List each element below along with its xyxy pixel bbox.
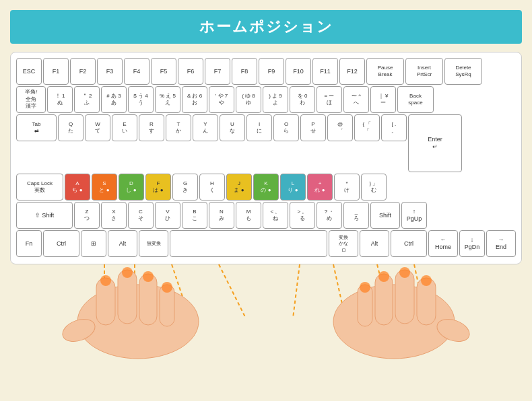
key-y[interactable]: Yん	[193, 114, 218, 141]
svg-point-17	[162, 282, 172, 293]
key-8[interactable]: ( ゆ 8ゆ	[236, 86, 261, 113]
svg-point-14	[100, 275, 111, 286]
key-c[interactable]: Cそ	[128, 202, 154, 229]
key-r[interactable]: Rす	[139, 114, 164, 141]
key-period[interactable]: > 。る	[290, 202, 315, 229]
key-j[interactable]: Jま ●	[226, 174, 252, 200]
key-s[interactable]: Sと ●	[92, 174, 117, 200]
key-f8[interactable]: F8	[232, 58, 257, 85]
key-f10[interactable]: F10	[286, 58, 311, 85]
key-end[interactable]: →End	[486, 230, 516, 257]
key-f11[interactable]: F11	[312, 58, 338, 85]
key-capslock[interactable]: Caps Lock英数	[16, 174, 63, 200]
home-row: Caps Lock英数 Aち ● Sと ● Dし ● Fは ● Gき Hく Jま…	[16, 174, 516, 200]
key-minus[interactable]: = ーほ	[317, 86, 342, 113]
key-home[interactable]: ←Home	[428, 230, 458, 257]
key-bracket-r[interactable]: [ .。	[381, 114, 407, 141]
key-insert[interactable]: InsertPrtScr	[405, 58, 443, 85]
key-3[interactable]: # あ 3あ	[101, 86, 127, 113]
key-i[interactable]: Iに	[246, 114, 272, 141]
key-shift-left[interactable]: ⇧ Shift	[16, 202, 73, 229]
svg-point-15	[122, 267, 133, 278]
key-tab[interactable]: Tab⇄	[16, 114, 57, 141]
key-2[interactable]: ＂ 2ふ	[74, 86, 100, 113]
key-alt-left[interactable]: Alt	[108, 230, 137, 257]
number-row: 半角/全角漢字 ！ 1ぬ ＂ 2ふ # あ 3あ $ う 4う % え 5え &…	[16, 86, 516, 113]
key-q[interactable]: Qた	[58, 114, 84, 141]
key-semicolon[interactable]: +れ ●	[307, 174, 333, 200]
key-alt-right[interactable]: Alt	[360, 230, 389, 257]
key-o[interactable]: Oら	[273, 114, 299, 141]
key-colon[interactable]: *け	[334, 174, 360, 200]
key-pgdn[interactable]: ↓PgDn	[459, 230, 485, 257]
key-9[interactable]: ) よ 9よ	[263, 86, 288, 113]
key-bracket-l[interactable]: { 「「	[354, 114, 380, 141]
key-f5[interactable]: F5	[151, 58, 176, 85]
svg-point-25	[378, 271, 389, 282]
key-x[interactable]: Xさ	[101, 202, 127, 229]
svg-point-18	[333, 285, 455, 359]
key-k[interactable]: Kの ●	[253, 174, 279, 200]
key-w[interactable]: Wて	[85, 114, 110, 141]
key-f1[interactable]: F1	[43, 58, 69, 85]
key-l[interactable]: Lり ●	[280, 174, 306, 200]
key-delete[interactable]: DeleteSysRq	[444, 58, 482, 85]
title-bar: ホームポジション	[10, 10, 522, 44]
key-h[interactable]: Hく	[199, 174, 225, 200]
key-pgup[interactable]: ↑PgUp	[401, 202, 427, 229]
key-yen[interactable]: ｜ ¥ー	[370, 86, 396, 113]
hands-area	[10, 258, 522, 365]
key-7[interactable]: ' や 7や	[209, 86, 234, 113]
key-4[interactable]: $ う 4う	[128, 86, 154, 113]
key-backspace[interactable]: Backspace	[397, 86, 434, 113]
key-5[interactable]: % え 5え	[155, 86, 180, 113]
key-caret[interactable]: 〜 ^へ	[343, 86, 369, 113]
svg-point-26	[399, 267, 410, 278]
key-e[interactable]: Eい	[112, 114, 137, 141]
key-comma[interactable]: < 、ね	[263, 202, 288, 229]
key-shift-right[interactable]: Shift	[370, 202, 400, 229]
key-n[interactable]: Nみ	[209, 202, 234, 229]
key-m[interactable]: Mも	[236, 202, 261, 229]
key-space[interactable]	[170, 230, 327, 257]
key-f[interactable]: Fは ●	[145, 174, 171, 200]
key-f6[interactable]: F6	[178, 58, 203, 85]
key-f7[interactable]: F7	[205, 58, 230, 85]
key-d[interactable]: Dし ●	[119, 174, 144, 200]
key-p[interactable]: Pせ	[300, 114, 326, 141]
key-z[interactable]: Zつ	[74, 202, 100, 229]
key-u[interactable]: Uな	[220, 114, 245, 141]
key-slash[interactable]: ? ・め	[317, 202, 342, 229]
key-b[interactable]: Bこ	[182, 202, 207, 229]
key-hankaku[interactable]: 半角/全角漢字	[16, 86, 46, 113]
key-f9[interactable]: F9	[259, 58, 284, 85]
key-6[interactable]: & お 6お	[182, 86, 207, 113]
key-1[interactable]: ！ 1ぬ	[47, 86, 73, 113]
key-0[interactable]: を 0わ	[290, 86, 315, 113]
shift-row: ⇧ Shift Zつ Xさ Cそ Vひ Bこ Nみ Mも < 、ね > 。る ?…	[16, 202, 516, 229]
key-f12[interactable]: F12	[339, 58, 365, 85]
qwerty-row: Tab⇄ Qた Wて Eい Rす Tか Yん Uな Iに Oら Pせ @゛ { …	[16, 114, 516, 172]
svg-point-27	[421, 275, 432, 286]
key-pause[interactable]: PauseBreak	[366, 58, 404, 85]
svg-line-4	[293, 264, 300, 318]
key-enter[interactable]: Enter↵	[408, 114, 462, 172]
key-t[interactable]: Tか	[166, 114, 191, 141]
key-ctrl-left[interactable]: Ctrl	[43, 230, 79, 257]
key-a[interactable]: Aち ●	[65, 174, 90, 200]
key-backslash[interactable]: _ろ	[343, 202, 369, 229]
key-henkan[interactable]: 変換かなロ	[329, 230, 358, 257]
key-muhenkan[interactable]: 無変換	[139, 230, 168, 257]
key-f3[interactable]: F3	[97, 58, 123, 85]
key-f2[interactable]: F2	[70, 58, 96, 85]
key-ctrl-right[interactable]: Ctrl	[391, 230, 427, 257]
key-fn[interactable]: Fn	[16, 230, 42, 257]
key-at[interactable]: @゛	[327, 114, 353, 141]
key-v[interactable]: Vひ	[155, 202, 180, 229]
svg-point-16	[143, 271, 154, 282]
key-win[interactable]: ⊞	[81, 230, 106, 257]
key-g[interactable]: Gき	[172, 174, 198, 200]
key-esc[interactable]: ESC	[16, 58, 42, 85]
key-close-bracket[interactable]: } 」む	[361, 174, 387, 200]
key-f4[interactable]: F4	[124, 58, 149, 85]
